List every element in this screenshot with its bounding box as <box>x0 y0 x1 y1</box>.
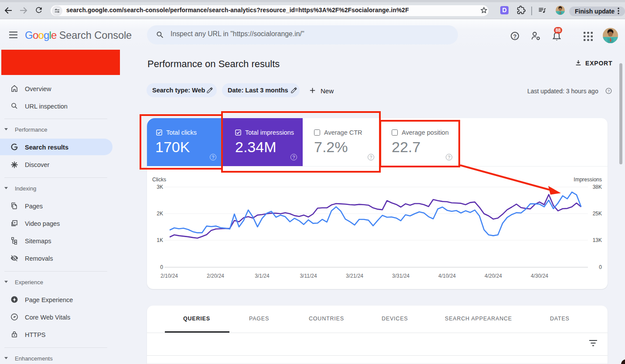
svg-text:2/10/24: 2/10/24 <box>161 273 178 279</box>
svg-text:Impressions: Impressions <box>574 177 602 183</box>
svg-text:0: 0 <box>599 264 602 270</box>
svg-text:2/20/24: 2/20/24 <box>207 273 224 279</box>
svg-text:4/30/24: 4/30/24 <box>531 273 548 279</box>
svg-text:4/10/24: 4/10/24 <box>438 273 456 279</box>
svg-text:3K: 3K <box>157 184 163 190</box>
svg-text:3/1/24: 3/1/24 <box>255 273 270 279</box>
svg-text:38K: 38K <box>593 184 602 190</box>
svg-text:2K: 2K <box>157 211 163 217</box>
svg-text:13K: 13K <box>593 237 602 243</box>
svg-text:?: ? <box>608 89 610 93</box>
svg-text:4/20/24: 4/20/24 <box>485 273 502 279</box>
svg-text:25K: 25K <box>593 211 602 217</box>
svg-text:Clicks: Clicks <box>152 177 166 183</box>
svg-text:3/21/24: 3/21/24 <box>346 273 363 279</box>
svg-text:1K: 1K <box>157 237 163 243</box>
svg-text:0: 0 <box>160 264 163 270</box>
svg-text:3/31/24: 3/31/24 <box>392 273 410 279</box>
svg-text:3/11/24: 3/11/24 <box>300 273 317 279</box>
